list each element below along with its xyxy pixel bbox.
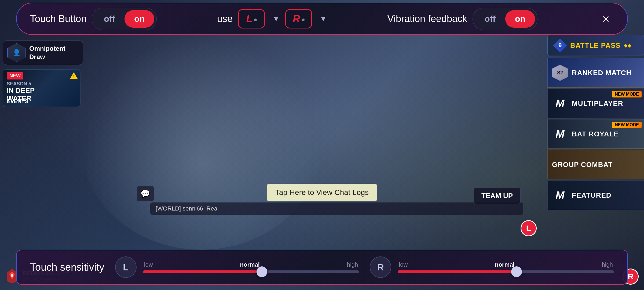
touch-button-off[interactable]: off [94,10,125,28]
vibration-section: Vibration feedback off on [387,8,538,30]
r-slider-track[interactable] [398,270,614,273]
vibration-off[interactable]: off [475,10,505,28]
sensitivity-label: Touch sensitivity [30,262,104,273]
chat-tooltip[interactable]: Tap Here to View Chat Logs [267,184,377,201]
l-slider-thumb[interactable] [257,266,267,277]
r-low-label: low [399,261,408,268]
r-high-label: high [602,261,613,268]
l-slider-labels: low normal high [143,261,359,268]
r-dot [302,19,305,21]
bottom-sensitivity-bar: Touch sensitivity L low normal high R lo… [16,250,628,285]
l-high-label: high [347,261,358,268]
touch-button-section: Touch Button off on [30,8,157,30]
multiplayer-m-icon: M [555,97,564,110]
ranked-s2: S2 [557,70,563,76]
l-indicator-label: L [526,224,531,233]
avatar-icon: 👤 [13,49,21,56]
season-number: SEASON 5 [7,81,76,87]
r-letter: R [293,13,300,25]
multiplayer-item[interactable]: M MULTIPLAYER NEW MODE [547,89,644,118]
vibration-toggle: off on [473,8,537,30]
season-card[interactable]: NEW SEASON 5 IN DEEP WATER ! EVENTS [3,69,80,107]
bp-number: 9 [558,42,562,49]
featured-logo: M [552,187,568,203]
l-slider-track[interactable] [143,270,359,273]
vibration-on[interactable]: on [505,10,535,28]
battle-pass-header[interactable]: 9 BATTLE PASS ◆◆ [547,35,644,56]
group-combat-label: GROUP COMBAT [552,161,613,169]
touch-button-on[interactable]: on [125,10,154,28]
team-up-button[interactable]: TEAM UP [474,188,521,204]
ranked-badge-icon: S2 [552,65,568,81]
battle-royale-label: BAT ROYALE [572,130,619,138]
r-trigger-button[interactable]: R [285,9,312,28]
ranked-match-label: RANKED MATCH [572,69,631,77]
r-slider-labels: low normal high [398,261,614,268]
r-dropdown-arrow[interactable]: ▼ [320,15,327,23]
top-toolbar: Touch Button off on use L ▼ R ▼ Vibratio… [16,3,628,35]
battle-royale-m-icon: M [555,128,564,140]
chat-icon-button[interactable]: 💬 [137,186,154,201]
omnipotent-title: Omnipotent [29,44,65,53]
l-sensitivity-side: L low normal high [115,256,359,278]
l-letter: L [246,13,253,25]
l-sensitivity-button[interactable]: L [115,256,137,278]
world-chat-text: [WORLD] senni66: Rea [156,205,217,212]
chat-tooltip-text: Tap Here to View Chat Logs [275,188,369,197]
r-normal-label: normal [495,261,514,268]
l-trigger-button[interactable]: L [238,9,265,28]
l-sensitivity-letter: L [123,262,129,273]
omnipotent-subtitle: Draw [29,53,65,61]
r-sensitivity-slider-wrap: low normal high [398,261,614,273]
r-slider-thumb[interactable] [511,266,522,277]
bp-diamond-container: 9 [553,38,567,52]
world-chat-bar[interactable]: [WORLD] senni66: Rea [150,202,523,215]
battle-royale-new-mode-badge: NEW MODE [612,122,642,128]
featured-m-icon: M [555,189,564,201]
ranked-match-item[interactable]: S2 RANKED MATCH [547,58,644,88]
soldier-area [80,35,322,250]
season-title2: WATER [7,95,76,102]
new-badge: NEW [7,72,23,79]
l-normal-label: normal [240,261,260,268]
close-button[interactable]: × [598,11,614,27]
multiplayer-label: MULTIPLAYER [572,99,623,108]
r-sensitivity-button[interactable]: R [370,256,391,278]
use-section: use L ▼ R ▼ [217,9,327,28]
right-sidebar: 9 BATTLE PASS ◆◆ S2 RANKED MATCH M MULTI… [547,35,644,211]
r-sensitivity-letter: R [377,262,384,273]
battle-royale-item[interactable]: M BAT ROYALE NEW MODE [547,119,644,149]
multiplayer-logo: M [552,95,568,111]
multiplayer-new-mode-badge: NEW MODE [612,91,642,97]
touch-button-toggle: off on [92,8,157,30]
vibration-label: Vibration feedback [387,13,467,24]
season-title: IN DEEP [7,87,76,95]
omnipotent-draw-card[interactable]: 👤 Omnipotent Draw [3,40,83,65]
l-indicator-circle: L [521,220,537,236]
bp-stars-icon: ◆◆ [624,42,631,48]
featured-item[interactable]: M FEATURED [547,180,644,210]
season-card-inner: NEW SEASON 5 IN DEEP WATER [3,70,80,105]
l-low-label: low [144,261,153,268]
group-combat-item[interactable]: GROUP COMBAT [547,150,644,179]
left-sidebar: 👤 Omnipotent Draw NEW SEASON 5 IN DEEP W… [3,40,83,107]
r-sensitivity-side: R low normal high [370,256,614,278]
touch-button-label: Touch Button [30,13,86,24]
l-sensitivity-slider-wrap: low normal high [143,261,359,273]
ranked-inner: S2 RANKED MATCH [552,65,639,81]
featured-label: FEATURED [572,191,612,200]
r-indicator-label: R [628,272,634,281]
use-label: use [217,13,233,24]
chat-icon: 💬 [141,190,150,198]
battle-royale-logo: M [552,126,568,142]
l-dot [254,19,257,21]
avatar-hexagon: 👤 [7,43,26,62]
l-dropdown-arrow[interactable]: ▼ [272,15,280,23]
battle-pass-label: BATTLE PASS [570,41,621,50]
omnipotent-text: Omnipotent Draw [29,44,65,61]
